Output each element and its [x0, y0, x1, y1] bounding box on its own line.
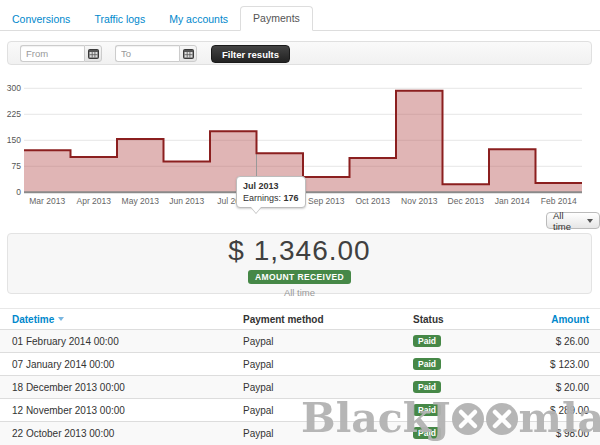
svg-text:Sep 2013: Sep 2013 [308, 196, 345, 206]
from-calendar-button[interactable] [84, 45, 102, 62]
tab-payments[interactable]: Payments [240, 6, 313, 31]
cell-status: Paid [413, 376, 520, 399]
from-date-input[interactable] [20, 45, 84, 62]
cell-datetime: 07 January 2014 00:00 [0, 353, 243, 376]
paid-badge: Paid [413, 381, 441, 393]
svg-text:Feb 2014: Feb 2014 [541, 196, 577, 206]
cell-datetime: 22 October 2013 00:00 [0, 422, 243, 445]
cell-method: Paypal [243, 353, 413, 376]
tooltip-label: Earnings: [243, 193, 281, 203]
calendar-icon [183, 48, 194, 59]
to-date-group [115, 45, 197, 62]
cell-amount: $ 26.00 [520, 330, 600, 353]
paid-badge: Paid [413, 404, 441, 416]
cell-amount: $ 289.00 [520, 399, 600, 422]
cell-datetime: 18 December 2013 00:00 [0, 376, 243, 399]
svg-text:75: 75 [12, 161, 22, 171]
svg-text:300: 300 [7, 83, 21, 93]
table-row[interactable]: 07 January 2014 00:00 Paypal Paid $ 123.… [0, 353, 600, 376]
cell-status: Paid [413, 353, 520, 376]
filter-results-button[interactable]: Filter results [211, 45, 290, 63]
table-row[interactable]: 12 November 2013 00:00 Paypal Paid $ 289… [0, 399, 600, 422]
earnings-chart[interactable]: 075150225300Mar 2013Apr 2013May 2013Jun … [0, 80, 600, 208]
chevron-down-icon [587, 219, 593, 223]
svg-text:150: 150 [7, 135, 21, 145]
cell-method: Paypal [243, 376, 413, 399]
tooltip-value: 176 [284, 193, 299, 203]
table-row[interactable]: 01 February 2014 00:00 Paypal Paid $ 26.… [0, 330, 600, 353]
tooltip-title: Jul 2013 [243, 180, 299, 192]
svg-text:Apr 2013: Apr 2013 [77, 196, 112, 206]
payments-table: Datetime Payment method Status Amount 01… [0, 308, 600, 445]
svg-text:Jan 2014: Jan 2014 [495, 196, 530, 206]
paid-badge: Paid [413, 335, 441, 347]
cell-datetime: 01 February 2014 00:00 [0, 330, 243, 353]
tab-my-accounts[interactable]: My accounts [157, 8, 240, 30]
tooltip-caret [251, 207, 261, 213]
cell-status: Paid [413, 399, 520, 422]
tab-conversions[interactable]: Conversions [0, 8, 82, 30]
to-date-input[interactable] [115, 45, 179, 62]
svg-text:Mar 2013: Mar 2013 [29, 196, 65, 206]
summary-period: All time [8, 287, 591, 298]
summary-panel: $ 1,346.00 AMOUNT RECEIVED All time [7, 233, 592, 294]
column-header-amount[interactable]: Amount [520, 309, 600, 330]
paid-badge: Paid [413, 427, 441, 439]
tab-traffic-logs[interactable]: Traffic logs [82, 8, 157, 30]
chart-tooltip: Jul 2013 Earnings: 176 [236, 176, 306, 208]
svg-text:May 2013: May 2013 [122, 196, 160, 206]
to-calendar-button[interactable] [179, 45, 197, 62]
cell-amount: $ 20.00 [520, 376, 600, 399]
filter-panel: Filter results [7, 41, 592, 65]
cell-amount: $ 123.00 [520, 353, 600, 376]
column-header-datetime[interactable]: Datetime [0, 309, 243, 330]
svg-text:225: 225 [7, 109, 21, 119]
table-row[interactable]: 22 October 2013 00:00 Paypal Paid $ 98.0… [0, 422, 600, 445]
amount-received-badge: AMOUNT RECEIVED [248, 270, 351, 284]
svg-text:Nov 2013: Nov 2013 [401, 196, 438, 206]
amount-total: $ 1,346.00 [8, 236, 591, 266]
svg-text:0: 0 [16, 187, 21, 197]
cell-method: Paypal [243, 422, 413, 445]
table-row[interactable]: 18 December 2013 00:00 Paypal Paid $ 20.… [0, 376, 600, 399]
tooltip-value-line: Earnings: 176 [243, 192, 299, 204]
svg-text:Dec 2013: Dec 2013 [448, 196, 485, 206]
column-header-status: Status [413, 309, 520, 330]
from-date-group [20, 45, 102, 62]
range-selector-label: All time [553, 210, 583, 232]
cell-status: Paid [413, 330, 520, 353]
table-header-row: Datetime Payment method Status Amount [0, 309, 600, 330]
calendar-icon [88, 48, 99, 59]
cell-amount: $ 98.00 [520, 422, 600, 445]
paid-badge: Paid [413, 358, 441, 370]
range-selector-button[interactable]: All time [546, 212, 600, 229]
cell-datetime: 12 November 2013 00:00 [0, 399, 243, 422]
column-header-payment-method: Payment method [243, 309, 413, 330]
cell-status: Paid [413, 422, 520, 445]
svg-text:Oct 2013: Oct 2013 [356, 196, 391, 206]
sort-caret-icon [58, 317, 64, 321]
svg-text:Jun 2013: Jun 2013 [169, 196, 204, 206]
tab-bar: Conversions Traffic logs My accounts Pay… [0, 8, 600, 31]
cell-method: Paypal [243, 330, 413, 353]
cell-method: Paypal [243, 399, 413, 422]
